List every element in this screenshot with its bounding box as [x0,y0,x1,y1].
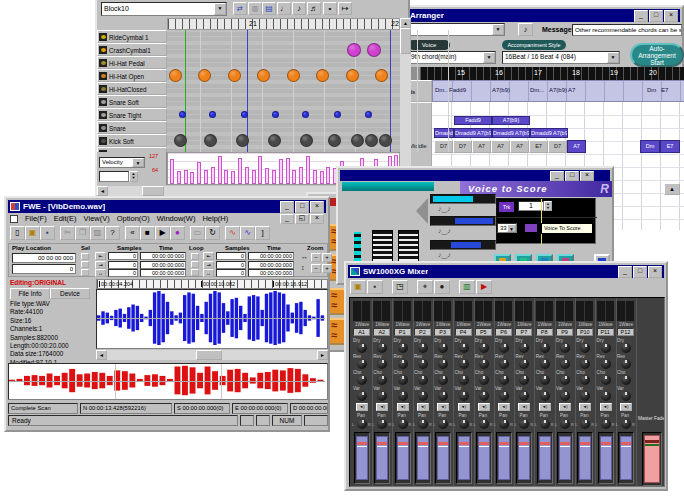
channel-name-field[interactable]: P6 [495,328,512,336]
knob-pan[interactable] [519,419,529,429]
knob-var[interactable] [418,391,428,401]
fader-thumb[interactable] [376,436,388,480]
knob-pan[interactable] [580,419,590,429]
knob-pan[interactable] [438,419,448,429]
toolbar-button[interactable]: ▨ [90,226,105,240]
fader-thumb[interactable] [458,436,470,480]
knob-var[interactable] [621,391,631,401]
minimize-button[interactable]: _ [618,266,632,278]
chevron-down-icon[interactable]: ▼ [492,24,504,35]
velocity-bar[interactable] [238,158,242,184]
mute-speaker-button[interactable]: ◄) [539,403,551,411]
chord-header-cell[interactable]: Fadd9 [449,87,466,93]
mute-speaker-button[interactable]: ◄) [620,403,632,411]
note-dot[interactable] [367,43,381,57]
fader-thumb[interactable] [356,436,368,480]
knob-dry[interactable] [601,343,611,353]
knob-cho[interactable] [357,375,367,385]
note-dot[interactable] [228,69,241,82]
arranger-scroll-button[interactable]: ▲ [664,183,680,195]
range-checkbox[interactable] [81,253,89,260]
samples-field[interactable]: 0 [216,269,246,277]
note-dot[interactable] [204,134,217,147]
time-field[interactable]: 00:00:00:000 [248,252,294,260]
wave-display[interactable] [96,289,328,349]
note-value-button[interactable]: ↦ [338,2,352,15]
knob-rev[interactable] [459,359,469,369]
knob-pan[interactable] [540,419,550,429]
chord-block[interactable]: D7 [548,140,567,153]
note-dot[interactable] [379,134,392,147]
menu-item[interactable]: File(F) [25,214,47,223]
knob-dry[interactable] [357,343,367,353]
note-dot[interactable] [209,111,216,118]
mute-speaker-button[interactable]: ◄) [437,403,449,411]
knob-var[interactable] [519,391,529,401]
knob-var[interactable] [377,391,387,401]
time-field[interactable]: 00:00:00:000 [140,252,186,260]
mute-speaker-button[interactable]: ◄) [559,403,571,411]
master-fader-thumb[interactable] [644,435,660,483]
zoom-button[interactable]: + [322,253,332,262]
track-spinner[interactable]: ▲▼ [544,201,552,211]
track-label[interactable]: Hi-Hat Open [97,69,167,82]
mixer-tool-button[interactable]: ▪ [367,280,383,294]
range-marker-button[interactable]: ⇤ [95,252,106,260]
note-dot[interactable] [375,69,388,82]
knob-dry[interactable] [377,343,387,353]
mute-speaker-button[interactable]: ◄) [518,403,530,411]
knob-rev[interactable] [540,359,550,369]
tool-button[interactable]: ▥ [248,2,262,15]
auto-arrangement-start-button[interactable]: Auto-Arrangement Start [630,43,684,67]
note-dot[interactable] [236,134,249,147]
samples-field[interactable]: 0 [108,252,138,260]
note-dot[interactable] [300,134,313,147]
scroll-thumb[interactable] [400,28,411,54]
track-label[interactable]: Snare [97,121,167,134]
note-dot[interactable] [302,111,309,118]
mute-speaker-button[interactable]: ◄) [498,403,510,411]
knob-dry[interactable] [438,343,448,353]
toolbar-button[interactable]: ] [255,226,270,240]
close-button[interactable]: × [310,201,324,213]
note-dot[interactable] [287,69,300,82]
range-marker-button[interactable]: ↔ [203,269,214,277]
wave-overview[interactable] [8,363,328,400]
velocity-value-field[interactable] [99,171,129,182]
knob-var[interactable] [459,391,469,401]
chevron-down-icon[interactable]: ▼ [607,52,619,63]
velocity-bar[interactable] [258,156,262,184]
velocity-bar[interactable] [286,158,290,184]
chord-block[interactable]: A7 [491,140,510,153]
close-button[interactable]: × [664,10,678,22]
note-value-button[interactable]: ♬ [307,2,321,15]
note-dot[interactable] [268,134,281,147]
note-dot[interactable] [272,111,279,118]
velocity-bar[interactable] [306,156,310,184]
maximize-button[interactable]: □ [649,10,663,22]
fader-thumb[interactable] [559,436,571,480]
velocity-bar[interactable] [231,171,235,184]
tool-button[interactable]: ⇄ [233,2,247,15]
toolbar-button[interactable]: ✂ [60,226,75,240]
mixer-tool-button[interactable]: ▶ [476,280,492,294]
play-location-time-field[interactable]: 00 00 00 000 [12,253,76,263]
mute-speaker-button[interactable]: ◄) [397,403,409,411]
channel-name-field[interactable]: P12 [617,328,634,336]
scroll-left-icon[interactable]: ◄ [96,350,107,360]
chord-block[interactable]: A7 [510,140,529,153]
play-location-sample-field[interactable]: 0 [12,264,76,274]
channel-name-field[interactable]: A2 [373,328,390,336]
menu-item[interactable]: View(V) [84,214,110,223]
knob-cho[interactable] [418,375,428,385]
drum-grid-overlay[interactable] [167,30,400,152]
knob-cho[interactable] [499,375,509,385]
knob-rev[interactable] [580,359,590,369]
channel-name-field[interactable]: P2 [414,328,431,336]
knob-rev[interactable] [357,359,367,369]
fader-thumb[interactable] [539,436,551,480]
velocity-selector[interactable]: Velocity▼ [99,157,145,168]
range-marker-button[interactable]: ⇥ [95,261,106,269]
time-field[interactable]: 00:00:00:000 [248,261,294,269]
knob-pan[interactable] [357,419,367,429]
